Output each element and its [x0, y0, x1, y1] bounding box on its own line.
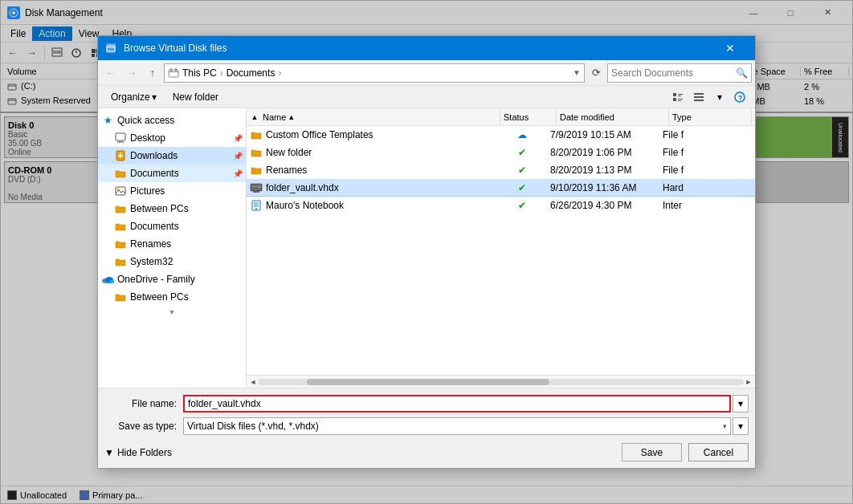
scroll-thumb [307, 379, 550, 385]
svg-rect-55 [253, 191, 259, 193]
file-row[interactable]: New folder ✔ 8/20/2019 1:06 PM File f [247, 144, 755, 161]
filename-input-wrapper [183, 395, 731, 413]
nav-back-btn[interactable]: ← [101, 63, 120, 83]
svg-rect-37 [694, 96, 704, 98]
filename-dropdown-arrow[interactable]: ▾ [733, 395, 749, 413]
nav-downloads[interactable]: Downloads 📌 [98, 147, 246, 165]
nav-pictures[interactable]: Pictures [98, 182, 246, 200]
address-dropdown-arrow[interactable]: ▼ [573, 68, 581, 77]
breadcrumb-thispc[interactable]: This PC [182, 67, 217, 79]
col-status-header[interactable]: Status [500, 108, 557, 125]
save-button[interactable]: Save [622, 443, 682, 461]
svg-rect-32 [678, 96, 681, 96]
collapse-toggle[interactable]: ▲ [250, 113, 259, 121]
col-status-label: Status [504, 112, 529, 122]
nav-forward-btn[interactable]: → [122, 63, 141, 83]
nav-documents[interactable]: Documents 📌 [98, 165, 246, 182]
svg-point-60 [255, 208, 257, 209]
nav-quick-access[interactable]: ★ Quick access [98, 112, 246, 129]
dialog-title-icon [104, 42, 117, 55]
nav-system32[interactable]: System32 [98, 253, 246, 270]
col-datemod-label: Date modified [560, 112, 614, 122]
nav-documents2-label: Documents [130, 221, 179, 232]
quick-access-icon: ★ [101, 114, 114, 127]
saveastype-value: Virtual Disk files (*.vhd, *.vhdx) [187, 421, 319, 432]
file-row[interactable]: Renames ✔ 8/20/2019 1:13 PM File f [247, 161, 755, 179]
search-box[interactable]: 🔍 [607, 63, 752, 83]
new-folder-btn[interactable]: New folder [166, 90, 225, 104]
help-btn[interactable]: ? [731, 88, 749, 106]
view-dropdown-btn[interactable]: ▾ [710, 88, 729, 106]
vhd-file-icon [250, 181, 263, 194]
nav-onedrive-label: OneDrive - Family [117, 274, 195, 285]
between-pcs-icon [114, 202, 127, 215]
file-datemod-cell: 8/20/2019 1:13 PM [550, 165, 663, 176]
scroll-track[interactable] [258, 379, 744, 385]
nav-documents2[interactable]: Documents [98, 217, 246, 235]
nav-between-pcs2[interactable]: Between PCs [98, 288, 246, 306]
view-details-btn[interactable] [689, 88, 708, 106]
dialog-close-btn[interactable]: ✕ [712, 36, 749, 60]
nav-between-pcs-label: Between PCs [130, 203, 189, 214]
renames-icon [114, 238, 127, 250]
file-name-cell: Custom Office Templates [266, 129, 494, 140]
filename-label: File name: [104, 398, 177, 409]
dialog-content-panel: ▲ Name ▲ Status Date modified Type [247, 108, 755, 388]
nav-between-pcs[interactable]: Between PCs [98, 200, 246, 217]
pictures-icon [114, 185, 127, 197]
nav-between-pcs2-label: Between PCs [130, 291, 189, 303]
breadcrumb-documents[interactable]: Documents [227, 67, 275, 79]
svg-rect-27 [169, 71, 178, 72]
cancel-button[interactable]: Cancel [688, 443, 749, 461]
saveastype-arrow: ▾ [723, 422, 727, 430]
svg-text:?: ? [738, 94, 743, 102]
documents2-icon [114, 220, 127, 233]
dialog-view-btns: ▾ ? [668, 88, 749, 106]
svg-rect-31 [678, 94, 683, 95]
filename-input[interactable] [188, 398, 726, 409]
file-status-cell: ✔ [494, 182, 550, 193]
address-bar[interactable]: This PC › Documents › ▼ [164, 63, 585, 83]
nav-scroll-down[interactable]: ▼ [98, 306, 246, 319]
svg-rect-28 [170, 68, 172, 71]
file-type-cell: Inter [663, 200, 752, 211]
saveastype-dropdown-btn[interactable]: ▾ [733, 417, 749, 435]
file-type-cell: Hard [663, 182, 752, 193]
svg-point-53 [259, 186, 261, 189]
file-name-cell: Mauro's Notebook [266, 200, 494, 211]
svg-rect-34 [678, 99, 683, 100]
file-row[interactable]: Custom Office Templates ☁ 7/9/2019 10:15… [247, 126, 755, 144]
view-list-btn[interactable] [668, 88, 688, 106]
saveastype-dropdown[interactable]: Virtual Disk files (*.vhd, *.vhdx) ▾ [183, 417, 731, 435]
nav-up-btn[interactable]: ↑ [143, 63, 162, 83]
organize-arrow: ▾ [152, 91, 157, 103]
documents-icon [114, 167, 127, 180]
nav-renames[interactable]: Renames [98, 235, 246, 253]
file-row[interactable]: Mauro's Notebook ✔ 6/26/2019 4:30 PM Int… [247, 197, 755, 214]
hide-folders-btn[interactable]: ▼ Hide Folders [104, 447, 172, 458]
folder-icon [250, 128, 263, 141]
col-type-label: Type [672, 112, 692, 122]
notebook-icon [250, 199, 263, 212]
horizontal-scroll[interactable]: ◄ ► [247, 375, 755, 388]
nav-desktop[interactable]: Desktop 📌 [98, 129, 246, 147]
dialog-title: Browse Virtual Disk files [124, 43, 712, 54]
scroll-left-arrow[interactable]: ◄ [248, 377, 258, 387]
nav-system32-label: System32 [130, 256, 173, 267]
file-row-selected[interactable]: folder_vault.vhdx ✔ 9/10/2019 11:36 AM H… [247, 179, 755, 197]
address-refresh-btn[interactable]: ⟳ [586, 63, 606, 83]
nav-onedrive[interactable]: OneDrive - Family [98, 270, 246, 288]
col-type-header[interactable]: Type [669, 108, 752, 125]
organize-btn[interactable]: Organize ▾ [104, 90, 163, 104]
col-datemod-header[interactable]: Date modified [557, 108, 669, 125]
file-datemod-cell: 6/26/2019 4:30 PM [550, 200, 663, 211]
file-datemod-cell: 9/10/2019 11:36 AM [550, 182, 663, 193]
col-name-header[interactable]: Name ▲ [259, 108, 500, 125]
col-name-label: Name [263, 112, 286, 122]
file-name-cell: New folder [266, 147, 494, 158]
scroll-right-arrow[interactable]: ► [744, 377, 753, 387]
file-status-cell: ☁ [494, 129, 550, 140]
nav-documents-label: Documents [130, 168, 179, 179]
search-input[interactable] [611, 67, 736, 79]
files-list: Custom Office Templates ☁ 7/9/2019 10:15… [247, 126, 755, 375]
